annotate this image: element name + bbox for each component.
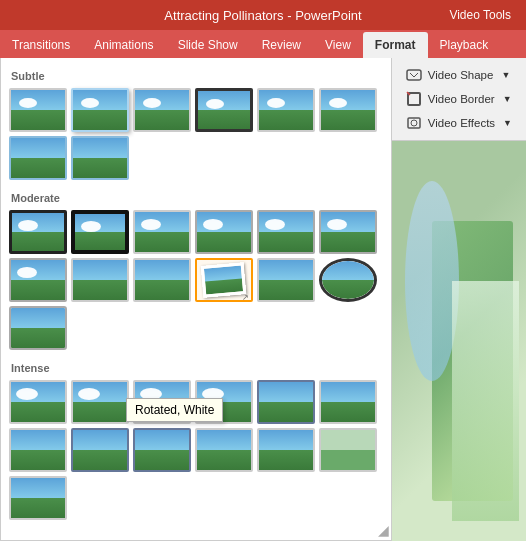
style-thumb-intense-6[interactable]	[319, 380, 377, 424]
style-thumb-subtle-3[interactable]	[133, 88, 191, 132]
style-thumb-intense-2[interactable]	[71, 380, 129, 424]
style-thumb-intense-9[interactable]	[133, 428, 191, 472]
style-thumb-moderate-4[interactable]	[195, 210, 253, 254]
tab-playback[interactable]: Playback	[428, 32, 501, 58]
video-border-label: Video Border	[428, 93, 495, 105]
video-effects-label: Video Effects	[428, 117, 495, 129]
svg-point-4	[411, 120, 417, 126]
tab-format[interactable]: Format	[363, 32, 428, 58]
style-thumb-intense-1[interactable]	[9, 380, 67, 424]
svg-rect-0	[407, 70, 421, 80]
subtle-section-label: Subtle	[7, 66, 385, 88]
video-border-arrow: ▼	[503, 94, 512, 104]
style-thumb-moderate-7[interactable]	[9, 258, 67, 302]
style-thumb-subtle-1[interactable]	[9, 88, 67, 132]
picture-styles-panel: Subtle	[0, 58, 392, 541]
style-thumb-moderate-8[interactable]	[71, 258, 129, 302]
title-bar: Attracting Pollinators - PowerPoint Vide…	[0, 0, 526, 30]
right-panel: Video Shape ▼ Video Border ▼ Video Effec…	[392, 58, 526, 541]
style-thumb-intense-5[interactable]	[257, 380, 315, 424]
effects-icon	[406, 115, 422, 131]
intense-section-label: Intense	[7, 358, 385, 380]
style-thumb-subtle-7[interactable]	[9, 136, 67, 180]
style-thumb-moderate-6[interactable]	[319, 210, 377, 254]
style-thumb-intense-10[interactable]	[195, 428, 253, 472]
style-thumb-moderate-3[interactable]	[133, 210, 191, 254]
ribbon-tabs: Transitions Animations Slide Show Review…	[0, 30, 526, 58]
right-buttons-area: Video Shape ▼ Video Border ▼ Video Effec…	[392, 58, 526, 141]
style-thumb-moderate-5[interactable]	[257, 210, 315, 254]
style-thumb-intense-12[interactable]	[319, 428, 377, 472]
style-thumb-moderate-1[interactable]	[9, 210, 67, 254]
video-shape-button[interactable]: Video Shape ▼	[400, 64, 518, 86]
title-text: Attracting Pollinators - PowerPoint	[10, 8, 516, 23]
style-thumb-intense-8[interactable]	[71, 428, 129, 472]
border-icon	[406, 91, 422, 107]
style-thumb-subtle-8[interactable]	[71, 136, 129, 180]
shape-icon	[406, 67, 422, 83]
style-thumb-moderate-12[interactable]	[319, 258, 377, 302]
slide-image	[392, 141, 526, 541]
video-border-button[interactable]: Video Border ▼	[400, 88, 518, 110]
style-thumb-subtle-5[interactable]	[257, 88, 315, 132]
tab-review[interactable]: Review	[250, 32, 313, 58]
style-thumb-moderate-2[interactable]	[71, 210, 129, 254]
style-thumb-subtle-2[interactable]	[71, 88, 129, 132]
style-thumb-intense-7[interactable]	[9, 428, 67, 472]
video-shape-label: Video Shape	[428, 69, 494, 81]
style-thumb-moderate-10[interactable]: ↗	[195, 258, 253, 302]
slide-preview-area	[392, 141, 526, 541]
tab-animations[interactable]: Animations	[82, 32, 165, 58]
style-thumb-moderate-11[interactable]	[257, 258, 315, 302]
video-effects-arrow: ▼	[503, 118, 512, 128]
style-thumb-intense-11[interactable]	[257, 428, 315, 472]
video-effects-button[interactable]: Video Effects ▼	[400, 112, 518, 134]
tooltip: Rotated, White	[126, 398, 223, 422]
tab-transitions[interactable]: Transitions	[0, 32, 82, 58]
video-tools-label: Video Tools	[449, 0, 521, 30]
tab-slideshow[interactable]: Slide Show	[166, 32, 250, 58]
style-thumb-moderate-9[interactable]	[133, 258, 191, 302]
resize-handle[interactable]: ◢	[378, 522, 389, 538]
style-thumb-moderate-13[interactable]	[9, 306, 67, 350]
moderate-thumbs: ↗	[7, 210, 385, 358]
moderate-section-label: Moderate	[7, 188, 385, 210]
subtle-thumbs	[7, 88, 385, 188]
style-thumb-subtle-6[interactable]	[319, 88, 377, 132]
tab-view[interactable]: View	[313, 32, 363, 58]
style-thumb-intense-13[interactable]	[9, 476, 67, 520]
video-shape-arrow: ▼	[501, 70, 510, 80]
style-thumb-subtle-4[interactable]	[195, 88, 253, 132]
